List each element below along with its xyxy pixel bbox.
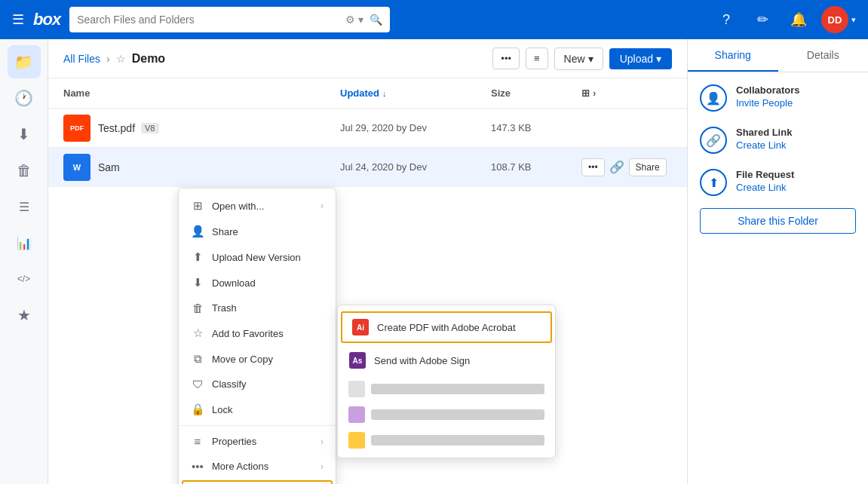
ctx-add-favorites[interactable]: ☆ Add to Favorites: [179, 320, 336, 346]
ctx-download[interactable]: ⬇ Download: [179, 270, 336, 296]
share-folder-button[interactable]: Share this Folder: [700, 208, 856, 234]
file-name-text: Sam: [98, 161, 120, 173]
new-label: New: [564, 53, 585, 65]
right-panel: Sharing Details 👤 Collaborators Invite P…: [687, 39, 868, 484]
invite-people-link[interactable]: Invite People: [736, 97, 856, 109]
ctx-share[interactable]: 👤 Share: [179, 219, 336, 244]
trash-icon: 🗑: [191, 302, 204, 314]
ctx-trash-label: Trash: [212, 302, 324, 314]
avatar[interactable]: DD: [821, 6, 848, 33]
shared-link-create-link[interactable]: Create Link: [736, 139, 856, 151]
ctx-more-actions-label: More Actions: [212, 461, 313, 472]
notifications-icon[interactable]: 🔔: [785, 6, 812, 33]
blurred-text-1: [371, 384, 544, 394]
more-options-button[interactable]: •••: [492, 47, 520, 69]
ctx-move-copy[interactable]: ⧉ Move or Copy: [179, 346, 336, 372]
column-actions: ⊞ ›: [581, 87, 672, 99]
breadcrumb-current-folder: Demo: [132, 52, 165, 66]
sidebar-item-tasks[interactable]: ☰: [8, 190, 41, 223]
file-updated: Jul 29, 2020 by Dev: [340, 122, 491, 133]
ctx-upload-new-version[interactable]: ⬆ Upload New Version: [179, 244, 336, 270]
help-icon[interactable]: ?: [713, 6, 740, 33]
submenu-blurred-item-3: [338, 427, 555, 453]
blurred-icon-3: [348, 432, 365, 449]
ctx-movecopy-label: Move or Copy: [212, 354, 324, 365]
grid-view-icon[interactable]: ⊞: [581, 87, 590, 99]
file-row-actions: ••• 🔗 Share: [581, 158, 672, 176]
ctx-open-with-label: Open with...: [212, 201, 313, 212]
column-name: Name: [63, 87, 340, 99]
ctx-classify[interactable]: 🛡 Classify: [179, 372, 336, 397]
new-caret-icon: ▾: [588, 53, 593, 65]
column-expand-icon[interactable]: ›: [593, 87, 596, 99]
move-copy-icon: ⧉: [191, 352, 204, 366]
submenu-blurred-item-1: [338, 376, 555, 402]
submenu-send-sign-label: Send with Adobe Sign: [374, 355, 470, 366]
adobe-pdf-icon: Ai: [351, 318, 370, 336]
ctx-properties[interactable]: ≡ Properties ›: [179, 429, 336, 454]
submenu-send-sign[interactable]: As Send with Adobe Sign: [338, 345, 555, 376]
panel-section-text: File Request Create Link: [736, 169, 856, 193]
top-navigation: ☰ box ⚙ ▾ 🔍 ? ✏ 🔔 DD ▾: [0, 0, 868, 39]
ctx-trash[interactable]: 🗑 Trash: [179, 296, 336, 320]
ctx-open-with[interactable]: ⊞ Open with... ›: [179, 193, 336, 219]
breadcrumb-all-files[interactable]: All Files: [63, 53, 100, 65]
search-magnifier-icon[interactable]: 🔍: [370, 14, 382, 26]
sidebar: 📁 🕐 ⬇ 🗑 ☰ 📊 </> ★: [0, 39, 48, 484]
sidebar-item-favorites[interactable]: ★: [8, 299, 41, 332]
column-updated[interactable]: Updated ↓: [340, 87, 491, 99]
sidebar-item-analytics[interactable]: 📊: [8, 226, 41, 259]
file-request-title: File Request: [736, 169, 856, 180]
submenu-create-pdf[interactable]: Ai Create PDF with Adobe Acrobat: [341, 311, 552, 343]
favorite-star-icon[interactable]: ☆: [116, 53, 126, 65]
menu-icon[interactable]: ☰: [12, 11, 24, 28]
ctx-lock-label: Lock: [212, 404, 324, 415]
tab-details[interactable]: Details: [778, 39, 869, 72]
tasks-icon[interactable]: ✏: [749, 6, 776, 33]
list-view-button[interactable]: ≡: [526, 47, 548, 69]
row-link-icon[interactable]: 🔗: [609, 160, 624, 174]
ctx-arrow-icon: ›: [321, 461, 324, 472]
file-name-text: Test.pdf: [98, 122, 135, 134]
blurred-icon-2: [348, 406, 365, 423]
sidebar-item-developer[interactable]: </>: [8, 262, 41, 296]
sidebar-item-recents[interactable]: 🕐: [8, 81, 41, 115]
more-actions-icon: •••: [191, 460, 204, 473]
file-icon-docx: W: [63, 154, 90, 181]
panel-shared-link: 🔗 Shared Link Create Link: [700, 127, 856, 154]
ctx-lock[interactable]: 🔒 Lock: [179, 397, 336, 422]
docx-label: W: [73, 163, 81, 172]
submenu-blurred-item-2: [338, 402, 555, 427]
sidebar-item-downloads[interactable]: ⬇: [8, 118, 41, 151]
ctx-arrow-icon: ›: [321, 201, 324, 211]
download-icon: ⬇: [191, 276, 204, 289]
search-input[interactable]: [77, 14, 339, 26]
column-size: Size: [491, 87, 581, 99]
ctx-more-actions[interactable]: ••• More Actions ›: [179, 454, 336, 479]
ctx-integrations[interactable]: 7 Integrations ›: [182, 480, 333, 484]
upload-button[interactable]: Upload ▾: [609, 48, 672, 69]
lock-icon: 🔒: [191, 403, 204, 416]
table-row[interactable]: PDF Test.pdf V8 Jul 29, 2020 by Dev 147.…: [48, 109, 687, 148]
table-row[interactable]: W Sam Jul 24, 2020 by Dev 108.7 KB ••• 🔗…: [48, 148, 687, 187]
file-request-create-link[interactable]: Create Link: [736, 182, 856, 193]
breadcrumb-bar: All Files › ☆ Demo ••• ≡ New ▾ Upload ▾: [48, 39, 687, 78]
new-button[interactable]: New ▾: [554, 47, 603, 70]
search-filter-icon[interactable]: ⚙ ▾: [345, 14, 363, 26]
classify-icon: 🛡: [191, 378, 204, 391]
tab-sharing[interactable]: Sharing: [688, 39, 778, 72]
blurred-icon-1: [348, 381, 365, 397]
file-icon-pdf: PDF: [63, 115, 90, 142]
ctx-classify-label: Classify: [212, 378, 324, 390]
upload-caret-icon: ▾: [656, 53, 661, 65]
sidebar-item-files[interactable]: 📁: [8, 45, 41, 78]
sidebar-item-trash[interactable]: 🗑: [8, 154, 41, 187]
file-list: Name Updated ↓ Size ⊞ › PDF Test.pdf: [48, 78, 687, 484]
user-avatar-group[interactable]: DD ▾: [821, 6, 856, 33]
file-request-icon: ⬆: [700, 169, 727, 196]
row-more-options-button[interactable]: •••: [581, 158, 605, 176]
row-share-button[interactable]: Share: [629, 158, 667, 176]
upload-icon: ⬆: [191, 250, 204, 264]
panel-collaborators: 👤 Collaborators Invite People: [700, 84, 856, 112]
blurred-text-2: [371, 409, 544, 420]
